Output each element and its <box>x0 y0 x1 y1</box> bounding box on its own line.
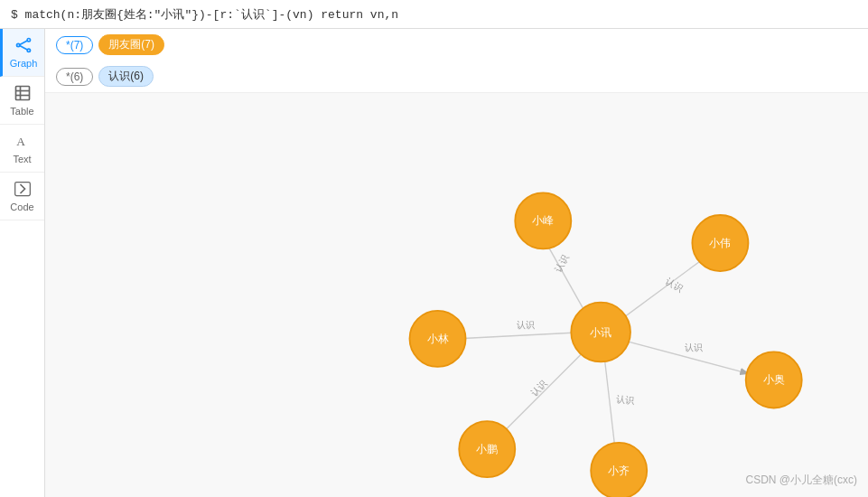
edge-label-3: 认识 <box>517 320 535 330</box>
edge-label-6: 认识 <box>615 394 634 406</box>
legend-bar: *(7) 朋友圈(7) *(6) 认识(6) <box>45 29 868 93</box>
edge-label-2: 认识 <box>664 276 685 294</box>
badge-all-nodes[interactable]: *(7) <box>56 36 93 54</box>
svg-line-3 <box>20 41 27 45</box>
graph-area: 认识 认识 认识 认识 认识 认识 小讯 <box>45 93 868 497</box>
sidebar-item-table[interactable]: Table <box>0 77 44 125</box>
edge-xiaoxun-xiaolin <box>457 333 586 339</box>
query-text: $ match(n:朋友圈{姓名:"小讯"})-[r:`认识`]-(vn) re… <box>11 6 398 23</box>
node-label-xiaoao: 小奥 <box>763 373 785 386</box>
sidebar: GraphTableATextCode <box>0 29 45 497</box>
main-area: GraphTableATextCode *(7) 朋友圈(7) *(6) 认识(… <box>0 29 868 497</box>
svg-rect-10 <box>14 183 30 196</box>
code-icon <box>14 180 32 200</box>
query-bar: $ match(n:朋友圈{姓名:"小讯"})-[r:`认识`]-(vn) re… <box>0 0 868 29</box>
edge-xiaowei-xiaoxun <box>617 256 707 323</box>
legend-row-edges: *(6) 认识(6) <box>56 66 154 87</box>
svg-point-2 <box>27 49 30 52</box>
badge-all-edges[interactable]: *(6) <box>56 68 93 86</box>
sidebar-label-table: Table <box>10 106 33 117</box>
content-area: *(7) 朋友圈(7) *(6) 认识(6) 认识 <box>45 29 868 497</box>
node-label-xiaowei: 小伟 <box>709 237 731 249</box>
legend-row-nodes: *(7) 朋友圈(7) <box>56 34 164 55</box>
svg-line-4 <box>20 45 27 50</box>
svg-text:A: A <box>16 135 25 148</box>
sidebar-label-text: Text <box>13 154 31 164</box>
edge-xiaoxun-xiaopeng <box>500 344 591 435</box>
sidebar-item-graph[interactable]: Graph <box>0 29 44 77</box>
edge-label-1: 认识 <box>553 253 570 274</box>
node-label-xiaopeng: 小鹏 <box>476 443 498 455</box>
badge-renshi[interactable]: 认识(6) <box>98 66 154 87</box>
node-label-xiaoxun: 小讯 <box>590 326 611 339</box>
sidebar-item-text[interactable]: AText <box>0 125 44 173</box>
svg-point-0 <box>17 43 20 46</box>
sidebar-item-code[interactable]: Code <box>0 173 44 220</box>
edge-label-4: 认识 <box>685 342 703 352</box>
svg-point-1 <box>27 39 30 42</box>
svg-rect-5 <box>15 87 29 100</box>
node-label-xiaolin: 小林 <box>427 333 449 345</box>
graph-icon <box>14 36 33 56</box>
edge-xiaoxun-xiaoqi <box>603 347 616 454</box>
sidebar-label-code: Code <box>10 202 33 212</box>
table-icon <box>14 84 32 104</box>
edge-label-5: 认识 <box>529 378 549 398</box>
text-icon: A <box>14 132 32 152</box>
sidebar-label-graph: Graph <box>10 58 38 69</box>
graph-svg: 认识 认识 认识 认识 认识 认识 小讯 <box>45 93 868 497</box>
badge-pengyouquan[interactable]: 朋友圈(7) <box>98 34 164 55</box>
edge-xiaoxun-xiaoao <box>617 339 747 373</box>
watermark: CSDN @小儿全糖(cxc) <box>745 473 857 488</box>
node-label-xiaofeng: 小峰 <box>532 214 554 227</box>
node-label-xiaoqi: 小齐 <box>608 464 630 477</box>
